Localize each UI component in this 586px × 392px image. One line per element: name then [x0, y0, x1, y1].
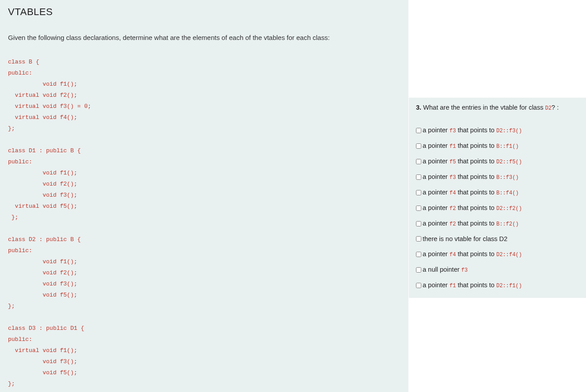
- option-label: a pointer f1 that points to D2::f1(): [423, 281, 522, 289]
- answer-panel: 3. What are the entries in the vtable fo…: [408, 0, 586, 392]
- question-text-before: What are the entries in the vtable for c…: [421, 104, 545, 111]
- option-label: a pointer f3 that points to B::f3(): [423, 173, 519, 181]
- page-root: VTABLES Given the following class declar…: [0, 0, 586, 392]
- option-code: D2::f2(): [496, 206, 522, 212]
- option-checkbox[interactable]: [416, 143, 421, 149]
- option-label: a pointer f2 that points to B::f2(): [423, 220, 519, 227]
- option-checkbox[interactable]: [416, 267, 421, 273]
- problem-panel: VTABLES Given the following class declar…: [0, 0, 408, 392]
- page-title: VTABLES: [8, 6, 400, 18]
- option-code: B::f2(): [496, 221, 519, 227]
- option-row[interactable]: a pointer f4 that points to B::f4(): [416, 189, 579, 196]
- option-code: D2::f4(): [496, 252, 522, 258]
- option-checkbox[interactable]: [416, 252, 421, 257]
- question-text-after: ? :: [551, 104, 558, 111]
- option-code: D2::f1(): [496, 283, 522, 289]
- code-block: class B { public: void f1(); virtual voi…: [8, 56, 400, 389]
- option-code: f1: [449, 283, 455, 289]
- option-checkbox[interactable]: [416, 206, 421, 211]
- option-row[interactable]: a pointer f4 that points to D2::f4(): [416, 250, 579, 258]
- option-row[interactable]: a pointer f1 that points to B::f1(): [416, 142, 579, 150]
- option-code: f1: [449, 143, 455, 150]
- option-code: f2: [449, 221, 455, 227]
- option-code: f4: [449, 252, 455, 258]
- option-code: f2: [449, 206, 455, 212]
- question-class-code: D2: [545, 105, 551, 111]
- option-label: a pointer f4 that points to D2::f4(): [423, 250, 522, 258]
- option-label: a pointer f1 that points to B::f1(): [423, 142, 519, 150]
- option-row[interactable]: there is no vtable for class D2: [416, 235, 579, 242]
- option-checkbox[interactable]: [416, 283, 421, 288]
- option-code: B::f4(): [496, 190, 519, 196]
- option-row[interactable]: a pointer f2 that points to B::f2(): [416, 220, 579, 227]
- option-checkbox[interactable]: [416, 174, 421, 180]
- option-code: B::f1(): [496, 143, 519, 150]
- option-row[interactable]: a pointer f5 that points to D2::f5(): [416, 158, 579, 165]
- option-code: f3: [449, 174, 455, 181]
- option-label: a pointer f4 that points to B::f4(): [423, 189, 519, 196]
- option-checkbox[interactable]: [416, 221, 421, 226]
- option-checkbox[interactable]: [416, 159, 421, 164]
- option-label: a null pointer f3: [423, 266, 467, 273]
- option-code: D2::f3(): [496, 128, 522, 134]
- options-list: a pointer f3 that points to D2::f3()a po…: [416, 127, 579, 289]
- question-title: 3. What are the entries in the vtable fo…: [416, 104, 579, 111]
- option-checkbox[interactable]: [416, 236, 421, 242]
- option-code: f4: [449, 190, 455, 196]
- option-code: D2::f5(): [496, 159, 522, 165]
- option-label: a pointer f2 that points to D2::f2(): [423, 204, 522, 212]
- option-checkbox[interactable]: [416, 128, 421, 133]
- option-row[interactable]: a pointer f3 that points to B::f3(): [416, 173, 579, 181]
- option-label: a pointer f5 that points to D2::f5(): [423, 158, 522, 165]
- option-checkbox[interactable]: [416, 190, 421, 195]
- option-code: f3: [461, 267, 467, 273]
- option-row[interactable]: a pointer f2 that points to D2::f2(): [416, 204, 579, 212]
- option-row[interactable]: a pointer f1 that points to D2::f1(): [416, 281, 579, 289]
- problem-intro: Given the following class declarations, …: [8, 34, 400, 41]
- question-box: 3. What are the entries in the vtable fo…: [409, 98, 586, 298]
- option-label: a pointer f3 that points to D2::f3(): [423, 127, 522, 134]
- question-number: 3.: [416, 104, 421, 111]
- option-label: there is no vtable for class D2: [423, 235, 507, 242]
- option-row[interactable]: a pointer f3 that points to D2::f3(): [416, 127, 579, 134]
- option-code: f5: [449, 159, 455, 165]
- option-code: B::f3(): [496, 174, 519, 181]
- option-row[interactable]: a null pointer f3: [416, 266, 579, 273]
- option-code: f3: [449, 128, 455, 134]
